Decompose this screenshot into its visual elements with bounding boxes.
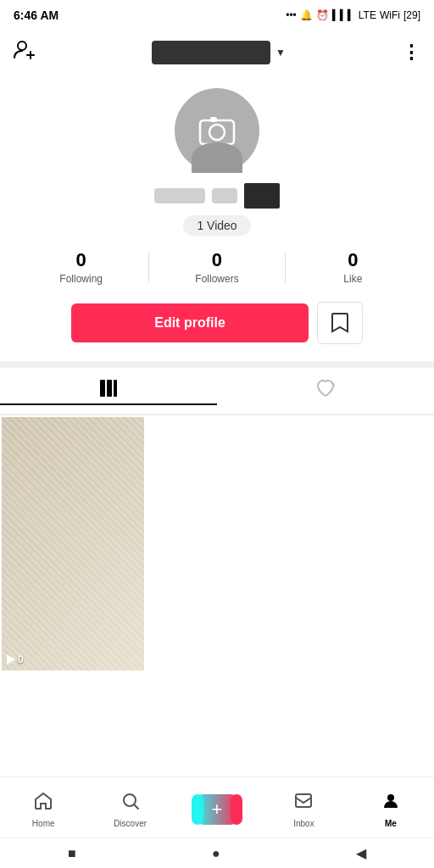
status-bar: 6:46 AM ••• 🔔 ⏰ ▍▍▍ LTE WiFi [29] <box>0 0 434 31</box>
likes-count: 0 <box>348 249 358 271</box>
tab-grid[interactable] <box>0 378 217 405</box>
svg-rect-8 <box>114 380 117 397</box>
following-count: 0 <box>76 249 86 271</box>
avatar[interactable] <box>175 88 259 173</box>
top-nav: ▼ ⋮ <box>0 31 434 75</box>
grid-icon <box>98 378 119 403</box>
following-label: Following <box>59 273 103 285</box>
me-label: Me <box>385 819 397 828</box>
me-icon <box>381 791 401 816</box>
heart-icon <box>314 378 337 403</box>
username-bar <box>152 41 270 64</box>
username-area[interactable]: ▼ <box>152 41 286 64</box>
action-row: Edit profile <box>0 302 434 361</box>
signal-bars: ▍▍▍ <box>332 9 355 21</box>
following-stat[interactable]: 0 Following <box>14 249 148 285</box>
status-time: 6:46 AM <box>14 8 58 22</box>
username-placeholder <box>154 183 280 209</box>
plus-icon: + <box>212 800 223 819</box>
system-back-button[interactable]: ◀ <box>356 845 366 861</box>
discover-icon <box>120 791 141 816</box>
svg-point-12 <box>387 794 394 801</box>
dropdown-arrow[interactable]: ▼ <box>275 47 286 58</box>
system-square-button[interactable]: ■ <box>68 846 76 861</box>
profile-section: 1 Video 0 Following 0 Followers 0 Like <box>0 75 434 302</box>
username-bar-2 <box>212 188 237 203</box>
svg-point-4 <box>209 125 225 140</box>
svg-point-0 <box>18 42 26 50</box>
content-spacer <box>0 709 434 776</box>
edit-profile-button[interactable]: Edit profile <box>71 303 309 342</box>
create-button[interactable]: + <box>195 794 239 825</box>
svg-rect-7 <box>107 380 112 397</box>
video-count-badge: 1 Video <box>183 215 250 236</box>
nav-me[interactable]: Me <box>348 791 434 828</box>
video-thumbnail[interactable]: 0 <box>2 417 144 670</box>
signal-dots: ••• <box>286 9 297 21</box>
plus-btn-container: + <box>174 794 260 825</box>
thumbnail-image <box>2 417 144 670</box>
avatar-silhouette <box>192 142 242 173</box>
home-icon <box>33 791 53 816</box>
bookmark-button[interactable] <box>317 302 363 344</box>
svg-line-10 <box>134 804 138 809</box>
battery-icon: [29] <box>403 9 420 21</box>
home-label: Home <box>32 819 55 828</box>
likes-label: Like <box>343 273 362 285</box>
followers-label: Followers <box>195 273 238 285</box>
tab-liked[interactable] <box>217 378 434 403</box>
play-count-number: 0 <box>18 654 24 665</box>
tabs-row <box>0 368 434 415</box>
discover-label: Discover <box>114 819 147 828</box>
followers-count: 0 <box>212 249 222 271</box>
bottom-nav: Home Discover + Inbox <box>0 776 434 837</box>
nav-home[interactable]: Home <box>0 791 86 828</box>
inbox-icon <box>293 791 314 816</box>
nav-discover[interactable]: Discover <box>86 791 173 828</box>
status-icons: ••• 🔔 ⏰ ▍▍▍ LTE WiFi [29] <box>286 9 420 21</box>
svg-rect-6 <box>100 380 105 397</box>
nav-inbox[interactable]: Inbox <box>260 791 347 828</box>
video-grid: 0 <box>0 415 434 709</box>
system-nav-bar: ■ ● ◀ <box>0 837 434 868</box>
svg-rect-11 <box>296 794 311 807</box>
likes-stat[interactable]: 0 Like <box>286 249 420 285</box>
play-icon <box>7 654 15 665</box>
more-options-button[interactable]: ⋮ <box>402 42 420 64</box>
svg-rect-5 <box>210 117 217 122</box>
system-circle-button[interactable]: ● <box>212 846 220 861</box>
stats-row: 0 Following 0 Followers 0 Like <box>14 249 420 285</box>
alarm-icon: ⏰ <box>316 9 329 21</box>
video-play-count: 0 <box>7 654 24 665</box>
inbox-label: Inbox <box>293 819 314 828</box>
username-bar-3 <box>244 183 280 209</box>
mute-icon: 🔔 <box>300 9 313 21</box>
username-bar-1 <box>154 188 205 203</box>
followers-stat[interactable]: 0 Followers <box>149 249 284 285</box>
add-user-button[interactable] <box>14 40 36 65</box>
lte-icon: LTE <box>359 9 376 21</box>
section-divider <box>0 361 434 368</box>
wifi-icon: WiFi <box>380 9 400 21</box>
